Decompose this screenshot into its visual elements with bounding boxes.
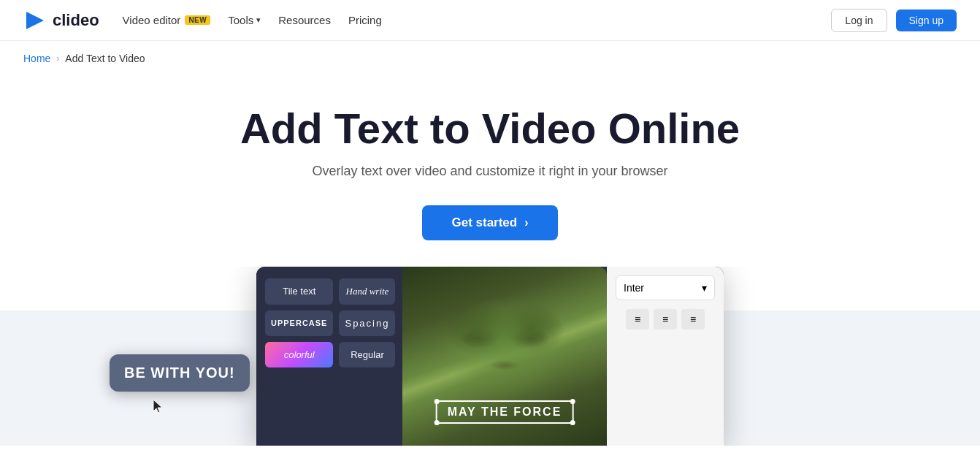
nav-resources[interactable]: Resources: [278, 14, 331, 26]
text-align-row: ≡ ≡ ≡: [616, 309, 715, 329]
breadcrumb-home[interactable]: Home: [23, 53, 50, 64]
video-placeholder: MAY THE FORCE: [402, 267, 607, 446]
style-spacing[interactable]: Spacing: [339, 310, 395, 336]
editor-video-panel: MAY THE FORCE: [402, 267, 607, 446]
logo[interactable]: clideo: [23, 9, 99, 32]
preview-section: BE WITH YOU! Tile text Hand write UPPERC…: [0, 267, 980, 446]
hero-subtitle: Overlay text over video and customize it…: [23, 164, 957, 179]
logo-text: clideo: [53, 11, 99, 30]
nav-video-editor[interactable]: Video editor NEW: [123, 14, 211, 26]
hero-section: Add Text to Video Online Overlay text ov…: [0, 76, 980, 240]
hero-title: Add Text to Video Online: [23, 105, 957, 152]
new-badge: NEW: [185, 15, 210, 25]
align-right-icon: ≡: [690, 313, 696, 325]
nav-links: Video editor NEW Tools ▾ Resources Prici…: [123, 14, 382, 26]
align-center-button[interactable]: ≡: [654, 309, 677, 329]
navbar: clideo Video editor NEW Tools ▾ Resource…: [0, 0, 980, 41]
nav-left: clideo Video editor NEW Tools ▾ Resource…: [23, 9, 382, 32]
align-left-icon: ≡: [635, 313, 640, 325]
align-left-button[interactable]: ≡: [626, 309, 649, 329]
dropdown-chevron-icon: ▾: [702, 282, 707, 294]
nav-pricing[interactable]: Pricing: [348, 14, 382, 26]
align-right-button[interactable]: ≡: [681, 309, 705, 329]
signup-button[interactable]: Sign up: [896, 9, 957, 31]
editor-font-panel: Inter ▾ ≡ ≡ ≡: [607, 267, 724, 446]
cursor-icon: [152, 398, 166, 416]
nav-right: Log in Sign up: [831, 9, 957, 32]
align-center-icon: ≡: [662, 313, 668, 325]
breadcrumb: Home › Add Text to Video: [0, 41, 980, 76]
get-started-button[interactable]: Get started ›: [422, 205, 557, 240]
nav-tools[interactable]: Tools ▾: [228, 14, 261, 26]
style-uppercase[interactable]: UPPERCASE: [265, 310, 333, 336]
arrow-right-icon: ›: [524, 216, 528, 229]
login-button[interactable]: Log in: [831, 9, 887, 32]
text-bubble: BE WITH YOU!: [110, 354, 250, 392]
svg-marker-0: [26, 12, 44, 29]
preview-editor: Tile text Hand write UPPERCASE Spacing c…: [256, 267, 724, 446]
logo-icon: [23, 9, 47, 32]
font-dropdown[interactable]: Inter ▾: [616, 275, 715, 300]
breadcrumb-current: Add Text to Video: [65, 53, 145, 64]
style-colorful[interactable]: colorful: [265, 342, 333, 367]
video-overlay-text: MAY THE FORCE: [448, 405, 562, 418]
style-grid: Tile text Hand write UPPERCASE Spacing c…: [265, 278, 394, 367]
style-tile-text[interactable]: Tile text: [265, 278, 333, 305]
editor-style-panel: Tile text Hand write UPPERCASE Spacing c…: [256, 267, 402, 446]
chevron-down-icon: ▾: [256, 15, 261, 25]
style-hand-write[interactable]: Hand write: [339, 278, 395, 305]
breadcrumb-separator: ›: [56, 53, 59, 64]
style-regular[interactable]: Regular: [339, 342, 395, 367]
